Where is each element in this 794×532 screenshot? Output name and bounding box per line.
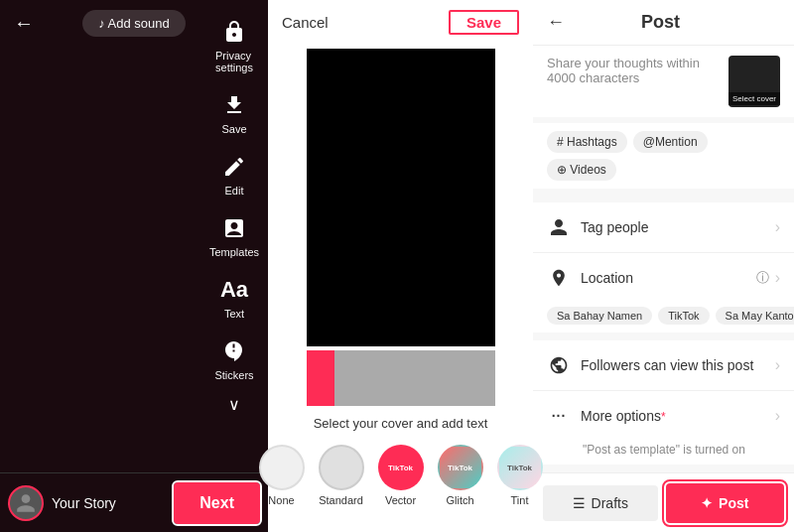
post-button[interactable]: ✦ Post [666, 483, 785, 523]
more-options-sub: "Post as template" is turned on [533, 441, 794, 465]
more-options-row[interactable]: ··· More options* › [533, 391, 794, 441]
asterisk: * [661, 410, 666, 424]
more-options-icon: ··· [547, 404, 571, 428]
right-bottom-bar: ☰ Drafts ✦ Post [533, 472, 794, 532]
thought-placeholder[interactable]: Share your thoughts within 4000 characte… [547, 56, 719, 85]
select-cover-label: Select cover [728, 92, 780, 105]
location-icon [547, 266, 571, 290]
followers-row[interactable]: Followers can view this post › [533, 340, 794, 391]
save-button[interactable]: Save [449, 10, 519, 35]
text-icon: Aa [218, 274, 250, 306]
tool-save[interactable]: Save [204, 83, 264, 141]
download-icon [218, 89, 250, 121]
cancel-button[interactable]: Cancel [282, 14, 329, 31]
your-story-label: Your Story [52, 495, 116, 511]
your-story-button[interactable]: Your Story [8, 485, 166, 521]
location-chips: Sa Bahay Namen TikTok Sa May Kanto KAHIT… [533, 303, 794, 332]
filter-glitch[interactable]: TikTok Glitch [438, 445, 483, 506]
thumbnail-rest [334, 350, 495, 406]
hashtag-chip[interactable]: # Hashtags [547, 131, 627, 153]
location-row[interactable]: Location ⓘ › [533, 253, 794, 303]
more-options-label: More options* [581, 408, 775, 424]
standard-filter-circle [319, 445, 364, 490]
lock-icon [218, 16, 250, 48]
filter-none[interactable]: None [259, 445, 305, 506]
center-top-bar: Cancel Save [268, 0, 533, 45]
drafts-icon: ☰ [573, 495, 586, 511]
stickers-icon [218, 335, 250, 367]
right-panel: ← Post Share your thoughts within 4000 c… [533, 0, 794, 532]
bottom-bar: Your Story Next [0, 472, 268, 532]
tool-text[interactable]: Aa Text [204, 268, 264, 326]
filter-standard[interactable]: Standard [319, 445, 364, 506]
tag-people-row[interactable]: Tag people › [533, 202, 794, 253]
tool-stickers[interactable]: Stickers [204, 330, 264, 387]
tool-edit[interactable]: Edit [204, 145, 264, 202]
more-tools-chevron[interactable]: ∨ [228, 395, 240, 414]
location-chip-1[interactable]: Sa Bahay Namen [547, 307, 652, 325]
add-sound-button[interactable]: ♪ Add sound [82, 10, 186, 37]
tool-privacy[interactable]: Privacysettings [204, 10, 264, 79]
videos-chip[interactable]: ⊕ Videos [547, 159, 616, 181]
none-filter-circle [259, 445, 305, 490]
globe-icon [547, 353, 571, 377]
templates-icon [218, 212, 250, 244]
glitch-filter-circle: TikTok [438, 445, 483, 490]
filter-tint[interactable]: TikTok Tint [497, 445, 543, 506]
gap2 [533, 332, 794, 340]
edit-icon [218, 151, 250, 183]
right-content: Share your thoughts within 4000 characte… [533, 46, 794, 472]
templates-label: Templates [209, 246, 259, 258]
followers-label: Followers can view this post [581, 357, 775, 373]
videos-label: ⊕ Videos [557, 163, 606, 177]
drafts-button[interactable]: ☰ Drafts [543, 485, 658, 521]
location-info-icon: ⓘ [756, 269, 769, 287]
stickers-label: Stickers [214, 369, 253, 381]
location-chip-3[interactable]: Sa May Kanto [716, 307, 794, 325]
tag-people-chevron: › [775, 218, 780, 236]
tint-filter-circle: TikTok [497, 445, 543, 490]
post-title: Post [575, 12, 746, 33]
post-icon: ✦ [701, 495, 713, 511]
text-label: Text [224, 308, 244, 320]
privacy-label: Privacysettings [215, 50, 253, 73]
location-chip-2[interactable]: TikTok [658, 307, 709, 325]
standard-filter-label: Standard [319, 494, 363, 506]
filter-options: None Standard TikTok Vector TikTok Glitc… [259, 445, 543, 506]
right-back-button[interactable]: ← [547, 12, 565, 33]
center-panel: Cancel Save Select your cover and add te… [268, 0, 533, 532]
hashtag-label: # Hashtags [557, 135, 617, 149]
mention-label: @Mention [643, 135, 698, 149]
glitch-filter-label: Glitch [446, 494, 473, 506]
thumbnail-selected [307, 350, 334, 406]
location-chevron: › [775, 269, 780, 287]
save-tool-label: Save [221, 123, 246, 135]
next-button[interactable]: Next [174, 482, 260, 524]
vector-filter-label: Vector [385, 494, 416, 506]
vector-filter-circle: TikTok [378, 445, 424, 490]
mention-chip[interactable]: @Mention [633, 131, 708, 153]
tags-row: # Hashtags @Mention ⊕ Videos [533, 123, 794, 189]
followers-chevron: › [775, 356, 780, 374]
gap3 [533, 465, 794, 472]
back-button[interactable]: ← [14, 12, 34, 35]
filter-vector[interactable]: TikTok Vector [378, 445, 424, 506]
cover-thumbnail[interactable]: Select cover [728, 56, 780, 107]
tag-people-label: Tag people [581, 219, 775, 235]
thought-section: Share your thoughts within 4000 characte… [533, 46, 794, 117]
left-panel: ← ♪ Add sound Privacysettings Save Edit [0, 0, 268, 532]
thumbnail-strip[interactable] [307, 350, 495, 406]
select-cover-text: Select your cover and add text [314, 416, 488, 431]
post-label: Post [719, 495, 748, 511]
tool-templates[interactable]: Templates [204, 206, 264, 264]
right-header: ← Post [533, 0, 794, 46]
drafts-label: Drafts [592, 495, 628, 511]
tint-filter-label: Tint [511, 494, 529, 506]
person-icon [547, 215, 571, 239]
location-label: Location [581, 270, 756, 286]
none-filter-label: None [268, 494, 294, 506]
avatar [8, 485, 44, 521]
more-options-chevron: › [775, 407, 780, 425]
video-preview [307, 49, 495, 346]
gap1 [533, 195, 794, 202]
